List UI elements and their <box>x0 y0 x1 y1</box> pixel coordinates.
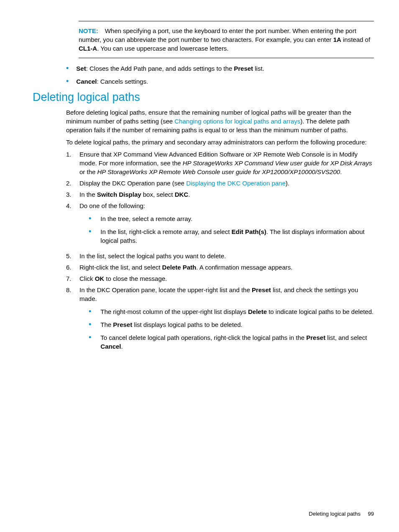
list-item: • In the tree, select a remote array. <box>89 214 374 223</box>
step-text: In the list, select the logical paths yo… <box>79 252 374 260</box>
step-text: Ensure that XP Command View Advanced Edi… <box>79 150 374 176</box>
paragraph: Before deleting logical paths, ensure th… <box>66 108 374 134</box>
list-item: • To cancel delete logical path operatio… <box>89 333 374 351</box>
step-number: 4. <box>66 201 79 249</box>
step-text: Do one of the following: • In the tree, … <box>79 201 374 249</box>
bullet-text: To cancel delete logical path operations… <box>100 333 374 351</box>
list-item: 2. Display the DKC Operation pane (see D… <box>66 179 374 188</box>
section-heading: Deleting logical paths <box>33 91 374 104</box>
list-item: • Set: Closes the Add Path pane, and add… <box>66 64 374 73</box>
bullet-text: The Preset list displays logical paths t… <box>100 320 242 329</box>
nested-list: • In the tree, select a remote array. • … <box>79 214 374 245</box>
bullet-icon: • <box>66 77 69 86</box>
list-item: • The Preset list displays logical paths… <box>89 320 374 329</box>
bullet-icon: • <box>89 215 91 224</box>
cross-reference-link[interactable]: Displaying the DKC Operation pane <box>186 180 286 187</box>
bullet-text: The right-most column of the upper-right… <box>100 307 373 316</box>
step-text: Right-click the list, and select Delete … <box>79 263 374 272</box>
bullet-text: In the list, right-click a remote array,… <box>100 227 374 245</box>
step-number: 6. <box>66 263 79 272</box>
document-page: NOTE:When specifying a port, use the key… <box>0 0 399 532</box>
ordered-list: 1. Ensure that XP Command View Advanced … <box>66 150 374 355</box>
bullet-icon: • <box>66 64 69 73</box>
step-number: 5. <box>66 252 79 260</box>
nested-list: • The right-most column of the upper-rig… <box>79 307 374 351</box>
note-label: NOTE: <box>79 27 98 34</box>
bullet-icon: • <box>89 321 91 329</box>
list-item: • In the list, right-click a remote arra… <box>89 227 374 245</box>
list-item: 8. In the DKC Operation pane, locate the… <box>66 285 374 355</box>
bullet-icon: • <box>89 308 91 316</box>
note-block: NOTE:When specifying a port, use the key… <box>79 21 374 58</box>
note-text: When specifying a port, use the keyboard… <box>79 27 370 52</box>
list-item: 7. Click OK to close the message. <box>66 274 374 283</box>
page-footer: Deleting logical paths 99 <box>309 511 374 517</box>
list-item: 3. In the Switch Display box, select DKC… <box>66 190 374 199</box>
bullet-icon: • <box>89 334 91 351</box>
step-text: Click OK to close the message. <box>79 274 374 283</box>
step-text: In the Switch Display box, select DKC. <box>79 190 374 199</box>
bullet-text: Cancel: Cancels settings. <box>76 77 148 86</box>
list-item: • The right-most column of the upper-rig… <box>89 307 374 316</box>
bullet-icon: • <box>89 228 91 245</box>
step-number: 3. <box>66 190 79 199</box>
list-item: 4. Do one of the following: • In the tre… <box>66 201 374 249</box>
list-item: 1. Ensure that XP Command View Advanced … <box>66 150 374 176</box>
step-number: 2. <box>66 179 79 188</box>
page-number: 99 <box>368 511 374 517</box>
bullet-text: Set: Closes the Add Path pane, and adds … <box>76 64 264 73</box>
list-item: • Cancel: Cancels settings. <box>66 77 374 86</box>
bullet-text: In the tree, select a remote array. <box>100 214 192 223</box>
step-text: In the DKC Operation pane, locate the up… <box>79 285 374 355</box>
list-item: 6. Right-click the list, and select Dele… <box>66 263 374 272</box>
step-number: 8. <box>66 285 79 355</box>
paragraph: To delete logical paths, the primary and… <box>66 138 374 146</box>
top-bullet-list: • Set: Closes the Add Path pane, and add… <box>66 64 374 86</box>
list-item: 5. In the list, select the logical paths… <box>66 252 374 260</box>
step-number: 1. <box>66 150 79 176</box>
step-number: 7. <box>66 274 79 283</box>
footer-title: Deleting logical paths <box>309 511 361 517</box>
step-text: Display the DKC Operation pane (see Disp… <box>79 179 374 188</box>
cross-reference-link[interactable]: Changing options for logical paths and a… <box>174 118 300 125</box>
